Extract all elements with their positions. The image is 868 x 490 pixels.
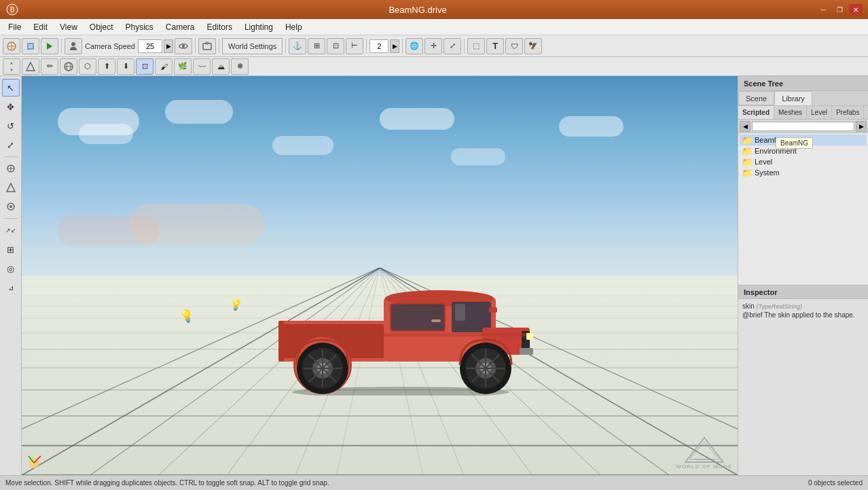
toolbar-btn-cam[interactable] — [198, 38, 216, 54]
ltb-select[interactable]: ↖ — [2, 79, 20, 97]
toolbar-btn-snap2[interactable]: ⊢ — [346, 38, 363, 54]
statusbar-left: Move selection. SHIFT while dragging dup… — [5, 479, 329, 487]
ltb-btn7[interactable] — [2, 198, 20, 215]
lib-tab-level[interactable]: Level — [807, 106, 832, 119]
svg-marker-21 — [7, 183, 15, 192]
inspector-field-name: skin — [742, 302, 755, 310]
window-title: BeamNG.drive — [19, 5, 816, 15]
svg-rect-64 — [278, 321, 284, 362]
toolbar-btn-grid[interactable]: ⊞ — [308, 38, 325, 54]
tree-item-environment[interactable]: 📁 Environment — [740, 145, 867, 156]
viewport-coordinates — [26, 451, 46, 472]
tb2-btn-deco[interactable]: ❋ — [231, 58, 249, 75]
toolbar-sep-2 — [195, 39, 196, 54]
ltb-btn8[interactable]: ↗↙ — [2, 222, 20, 239]
toolbar-sep-1 — [61, 39, 62, 54]
menu-physics[interactable]: Physics — [120, 21, 159, 33]
scene-tab-scene[interactable]: Scene — [738, 91, 774, 105]
tree-item-beamng[interactable]: 📁 BeamNG — [740, 135, 867, 145]
ltb-btn9[interactable]: ⊞ — [2, 241, 20, 258]
toolbar-btn-1[interactable] — [3, 38, 20, 54]
svg-rect-84 — [526, 333, 533, 340]
tb2-btn-tri[interactable] — [22, 58, 39, 75]
scene-object-lamp-2: 💡 — [228, 298, 244, 313]
menu-object[interactable]: Object — [84, 21, 119, 33]
folder-icon-beamng: 📁 — [742, 136, 752, 144]
toolbar-btn-move[interactable]: ✛ — [424, 38, 442, 54]
search-input[interactable] — [752, 122, 854, 131]
viewport[interactable]: 💡 💡 WORLD OF MODS — [22, 76, 738, 475]
ltb-rotate[interactable]: ↺ — [2, 117, 20, 135]
snap-value-input[interactable] — [369, 39, 388, 53]
toolbar-btn-move2[interactable]: ⤢ — [444, 38, 461, 54]
world-settings-button[interactable]: World Settings — [222, 38, 283, 54]
menu-editors[interactable]: Editors — [202, 21, 238, 33]
toolbar-btn-text[interactable]: T — [486, 38, 504, 54]
toolbar-btn-magnet[interactable]: ⚓ — [289, 38, 306, 54]
folder-icon-system: 📁 — [742, 169, 752, 177]
toolbar-btn-person[interactable] — [65, 38, 82, 54]
toolbar-btn-bird[interactable]: 🦅 — [524, 38, 542, 54]
ltb-btn5[interactable] — [2, 160, 20, 177]
ltb-btn10[interactable]: ◎ — [2, 260, 20, 277]
menu-lighting[interactable]: Lighting — [239, 21, 278, 33]
menu-file[interactable]: File — [3, 21, 26, 33]
menu-edit[interactable]: Edit — [28, 21, 53, 33]
right-panel: Scene Tree Scene Library Scripted Meshes… — [738, 76, 868, 475]
tree-item-environment-label: Environment — [755, 147, 797, 155]
ltb-btn11[interactable]: ⊿ — [2, 279, 20, 296]
toolbar-btn-shield[interactable]: 🛡 — [505, 38, 523, 54]
watermark-text: WORLD OF MODS — [676, 463, 732, 470]
svg-rect-57 — [455, 304, 465, 321]
camera-speed-arrow[interactable]: ▶ — [164, 39, 173, 53]
toolbar-btn-globe[interactable]: 🌐 — [405, 38, 423, 54]
tree-item-level[interactable]: 📁 Level — [740, 156, 867, 167]
toolbar-btn-snap1[interactable]: ⊡ — [327, 38, 344, 54]
toolbar-btn-2[interactable] — [22, 38, 39, 54]
toolbar-sep-7 — [464, 39, 465, 54]
tree-item-system[interactable]: 📁 System — [740, 167, 867, 178]
toolbar-btn-sel[interactable]: ⬚ — [467, 38, 485, 54]
svg-rect-60 — [431, 319, 441, 322]
toolbar-sep-3 — [219, 39, 219, 54]
secondary-toolbar: ✏ ⬡ ⬆ ⬇ ⊡ 🖌 🌿 〰 ⛰ ❋ — [0, 57, 868, 76]
ltb-scale[interactable]: ⤢ — [2, 136, 20, 154]
lib-tab-scripted[interactable]: Scripted — [738, 106, 774, 119]
ltb-move[interactable]: ✥ — [2, 98, 20, 116]
toolbar-btn-play[interactable] — [41, 38, 58, 54]
menu-camera[interactable]: Camera — [160, 21, 200, 33]
tb2-btn-leaf[interactable]: 🌿 — [174, 58, 192, 75]
ltb-btn6[interactable] — [2, 179, 20, 196]
tb2-btn-globe[interactable] — [60, 58, 77, 75]
menu-help[interactable]: Help — [280, 21, 308, 33]
tree-content: 📁 BeamNG BeamNG 📁 Environment 📁 Level 📁 … — [738, 133, 868, 285]
close-button[interactable]: ✕ — [849, 4, 863, 15]
inspector-field-description: @brief The skin applied to the shape. — [742, 311, 855, 319]
lib-tab-prefabs[interactable]: Prefabs — [832, 106, 864, 119]
tb2-btn-move[interactable] — [3, 58, 20, 75]
cloud-3 — [165, 100, 233, 124]
tb2-btn-up[interactable]: ⬆ — [98, 58, 115, 75]
toolbar-btn-eye[interactable] — [175, 38, 192, 54]
camera-speed-input[interactable] — [138, 39, 162, 53]
restore-button[interactable]: ❐ — [833, 4, 846, 15]
svg-rect-63 — [520, 348, 533, 355]
tb2-btn-down[interactable]: ⬇ — [117, 58, 134, 75]
tb2-btn-terrain[interactable]: ⛰ — [212, 58, 230, 75]
lib-tab-meshes[interactable]: Meshes — [774, 106, 807, 119]
inspector-title: Inspector — [744, 288, 778, 296]
search-back-button[interactable]: ◀ — [740, 121, 751, 132]
tb2-btn-paint[interactable]: 🖌 — [155, 58, 173, 75]
menu-view[interactable]: View — [54, 21, 83, 33]
search-forward-button[interactable]: ▶ — [856, 121, 867, 132]
tb2-btn-select[interactable]: ⊡ — [136, 58, 153, 75]
scene-tree-header: Scene Tree — [738, 76, 868, 91]
minimize-button[interactable]: ─ — [816, 4, 830, 15]
tb2-btn-water[interactable]: 〰 — [193, 58, 211, 75]
scene-tree-title: Scene Tree — [744, 80, 783, 88]
snap-value-arrow[interactable]: ▶ — [390, 39, 399, 53]
folder-icon-level: 📁 — [742, 158, 752, 166]
tb2-btn-hex[interactable]: ⬡ — [79, 58, 96, 75]
scene-tab-library[interactable]: Library — [774, 91, 812, 105]
tb2-btn-pen[interactable]: ✏ — [41, 58, 58, 75]
